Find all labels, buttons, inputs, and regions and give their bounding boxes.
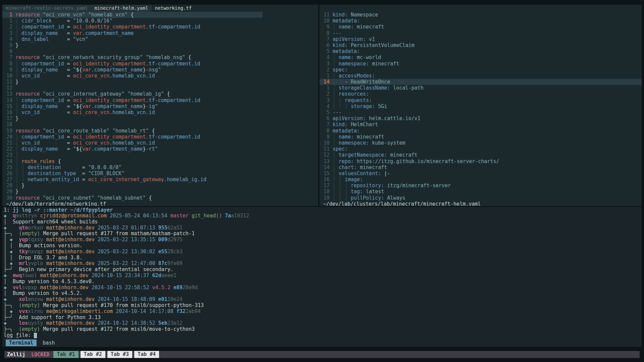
code-line: ├─╯ Add support for Python 3.13	[4, 315, 642, 321]
buffer-tab-minecraft-restic-secrets.yaml[interactable]: minecraft-restic-secrets.yaml	[2, 5, 91, 12]
line-number: 20	[2, 134, 12, 140]
code-line: 11spec:	[319, 146, 642, 152]
line-number: 22	[2, 146, 12, 152]
code-line: ├─╯ Begin new primary device after poten…	[4, 267, 642, 273]
code-line: ◆ xolmnzvw matt@einhorn.dev 2024-10-15 1…	[4, 297, 642, 303]
zellij-tab-1[interactable]: Tab #1	[53, 351, 78, 358]
code-line: 16│ │ image:	[319, 176, 642, 183]
file-path: ~/dev/lab/clusters/lab/minecraft/minecra…	[323, 201, 481, 206]
terminal-pane[interactable]: 1: jj log -r ::master ~/d/ffpyplayer ◆ q…	[2, 207, 642, 347]
code-line: 12│ targetNamespace: minecraft	[319, 152, 642, 158]
code-line: 6apiVersion: helm.cattle.io/v1	[319, 115, 642, 121]
buffer-tab-networking.tf[interactable]: networking.tf	[152, 5, 195, 12]
code-line: 6	[2, 48, 318, 54]
terminal-tab-bash[interactable]: bash	[43, 340, 55, 346]
code-line: log file:	[4, 332, 642, 339]
line-number: 5	[319, 48, 330, 54]
code-line: 7resource "oci_core_network_security_gro…	[2, 54, 318, 60]
line-number: 19	[319, 195, 330, 201]
line-text: │ accessModes:	[333, 73, 375, 79]
code-line: 1│ cidr_block = "10.0.0.0/16"	[2, 18, 318, 24]
line-text: │ }	[15, 183, 24, 189]
code-line: 9│ name: minecraft	[319, 134, 642, 140]
code-line: ◆ qtnorkxn matt@einhorn.dev 2025-03-23 0…	[4, 225, 642, 231]
line-text: │ │ Drop EOL 3.7 and 3.8.	[4, 255, 83, 261]
code-line: 3│ │ requests:	[319, 97, 642, 103]
line-text: │ cidr_block = "10.0.0.0/16"	[15, 18, 112, 24]
line-number: 3	[2, 30, 12, 36]
line-text: ├─╮ (empty) Merge pull request #172 from…	[4, 326, 195, 332]
line-number: 4	[319, 54, 330, 60]
line-text: │ targetNamespace: minecraft	[333, 152, 417, 158]
line-number: 29	[2, 189, 12, 195]
line-text: │ storageClassName: local-path	[333, 85, 424, 91]
cursor-line: 1resource "oci_core_vcn" "homelab_vcn" {	[2, 12, 262, 18]
line-number: 1	[2, 12, 12, 18]
code-line: │ ◆ mrlyvplo matt@einhorn.dev 2025-03-22…	[4, 261, 642, 267]
code-line: 22│ display_name = "${var.compartment_na…	[2, 146, 318, 152]
line-number: 1	[2, 18, 12, 24]
line-text: spec:	[333, 67, 348, 73]
line-text: │ │ Bump actions version.	[4, 243, 83, 249]
line-text: │ repo: https://itzg.github.io/minecraft…	[333, 158, 499, 164]
code-line: 19│ │ │ pullPolicy: Always	[319, 195, 642, 201]
line-text: }	[15, 79, 18, 85]
line-text: ◆ xolmnzvw matt@einhorn.dev 2024-10-15 1…	[4, 297, 183, 303]
code-line: 4│ │ │ storage: 5Gi	[319, 103, 642, 109]
line-number: 18	[319, 189, 330, 195]
code-line: 14│ compartment_id = oci_identity_compar…	[2, 97, 318, 103]
line-text: │ Bump version to 4.5.3.dev0.	[4, 279, 95, 285]
buffer-tab-minecraft-helm.yaml[interactable]: minecraft-helm.yaml	[91, 5, 151, 12]
line-text: │ Support aarch64 wheel builds	[4, 219, 98, 225]
code-line: ◆ mwqtswol matt@einhorn.dev 2024-10-15 2…	[4, 273, 642, 279]
line-number: 14	[319, 79, 330, 85]
line-number: 3	[319, 61, 330, 67]
line-number: 11	[319, 146, 330, 152]
code-line: 17│ │ │ repository: itzg/minecraft-serve…	[319, 183, 642, 189]
line-text: │ compartment_id = oci_identity_compartm…	[15, 97, 200, 103]
zellij-tab-2[interactable]: Tab #2	[81, 351, 105, 358]
line-number: 6	[319, 42, 330, 48]
line-text: ---	[333, 30, 342, 36]
line-number: 7	[319, 36, 330, 42]
code-line: 19resource "oci_core_route_table" "homel…	[2, 128, 318, 134]
line-number: 26	[2, 170, 12, 176]
line-text: │ ◆ mrlyvplo matt@einhorn.dev 2025-03-22…	[4, 261, 183, 267]
editor-pane-networking: minecraft-restic-secrets.yamlminecraft-h…	[2, 5, 318, 206]
zellij-logo: Zellij	[7, 352, 25, 358]
pane-title: 1: jj log -r ::master ~/d/ffpyplayer	[2, 207, 642, 213]
line-text: │ chart: minecraft	[333, 164, 387, 170]
terminal-tab-terminal[interactable]: Terminal	[6, 340, 37, 346]
line-number: 1	[319, 85, 330, 91]
file-path: ~/dev/lab/terraform/networking.tf	[6, 201, 106, 206]
line-text: │ display_name = "${var.compartment_name…	[15, 146, 158, 152]
line-number: 5	[2, 42, 12, 48]
code-line: 10metadata:	[319, 18, 642, 24]
code-line: 30resource "oci_core_subnet" "homelab_su…	[2, 195, 318, 201]
code-line: │ │ Drop EOL 3.7 and 3.8.	[4, 255, 642, 261]
line-number: 17	[319, 183, 330, 189]
code-line: 4│ dns_label = "vcn"	[2, 36, 318, 42]
line-text: │ ◆ yqptqxsy matt@einhorn.dev 2025-03-22…	[4, 237, 183, 243]
line-text: │ dns_label = "vcn"	[15, 36, 88, 42]
code-line: ├─╮ (empty) Merge pull request #177 from…	[4, 231, 642, 237]
line-text: apiVersion: helm.cattle.io/v1	[333, 115, 420, 121]
zellij-tab-4[interactable]: Tab #4	[134, 351, 159, 358]
line-number: 1	[319, 73, 330, 79]
zellij-tab-3[interactable]: Tab #3	[107, 351, 132, 358]
code-line: 24│ route_rules {	[2, 158, 318, 164]
line-text: │ namespace: minecraft	[333, 61, 399, 67]
line-text: │ │ destination = "0.0.0.0/0"	[15, 164, 121, 170]
code-line: ◆ losuysty matt@einhorn.dev 2024-10-12 1…	[4, 320, 642, 326]
line-text: │ │ destination_type = "CIDR_BLOCK"	[15, 170, 125, 176]
line-number: 15	[2, 103, 12, 109]
line-text: resource "oci_core_vcn" "homelab_vcn" {	[15, 12, 134, 18]
code-line: 9│ display_name = "${var.compartment_nam…	[2, 67, 318, 73]
cursor-block	[34, 333, 37, 338]
line-number: 10	[2, 73, 12, 79]
code-line: 2│ resources:	[319, 91, 642, 97]
code-line: │ Bump version to 4.5.3.dev0.	[4, 279, 642, 285]
line-text: kind: Namespace	[333, 12, 378, 18]
code-line: 25│ │ destination = "0.0.0.0/0"	[2, 164, 318, 170]
line-number: 13	[319, 158, 330, 164]
